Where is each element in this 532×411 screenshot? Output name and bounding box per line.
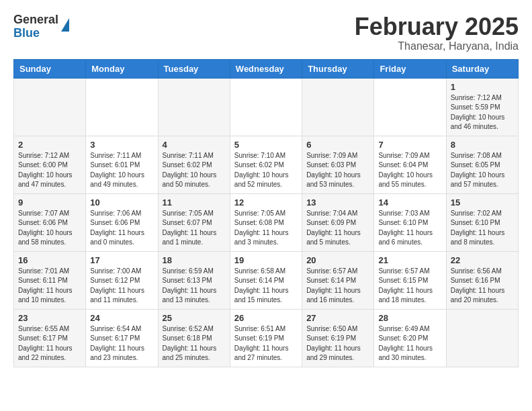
day-info: Sunrise: 7:07 AM Sunset: 6:06 PM Dayligh… xyxy=(18,209,81,248)
week-row-1: 1Sunrise: 7:12 AM Sunset: 5:59 PM Daylig… xyxy=(14,78,519,136)
calendar-cell xyxy=(14,78,86,136)
day-number: 4 xyxy=(163,140,226,150)
calendar-cell: 20Sunrise: 6:57 AM Sunset: 6:14 PM Dayli… xyxy=(302,251,374,309)
day-info: Sunrise: 7:09 AM Sunset: 6:03 PM Dayligh… xyxy=(306,151,369,190)
header-wednesday: Wednesday xyxy=(230,59,302,78)
day-number: 25 xyxy=(163,313,226,323)
logo: General Blue xyxy=(13,13,69,40)
day-info: Sunrise: 7:04 AM Sunset: 6:09 PM Dayligh… xyxy=(306,209,369,248)
day-number: 7 xyxy=(378,140,441,150)
page-header: General Blue February 2025 Thanesar, Har… xyxy=(13,13,519,52)
day-number: 8 xyxy=(451,140,514,150)
calendar-cell: 10Sunrise: 7:06 AM Sunset: 6:06 PM Dayli… xyxy=(86,193,158,251)
week-row-2: 2Sunrise: 7:12 AM Sunset: 6:00 PM Daylig… xyxy=(14,136,519,193)
day-info: Sunrise: 7:03 AM Sunset: 6:10 PM Dayligh… xyxy=(378,209,441,248)
day-info: Sunrise: 7:05 AM Sunset: 6:07 PM Dayligh… xyxy=(163,209,226,248)
day-number: 23 xyxy=(18,313,81,323)
day-number: 2 xyxy=(18,140,81,150)
day-info: Sunrise: 7:00 AM Sunset: 6:12 PM Dayligh… xyxy=(90,267,153,306)
calendar-cell: 7Sunrise: 7:09 AM Sunset: 6:04 PM Daylig… xyxy=(374,136,446,193)
calendar-cell: 17Sunrise: 7:00 AM Sunset: 6:12 PM Dayli… xyxy=(86,251,158,309)
header-saturday: Saturday xyxy=(446,59,518,78)
day-info: Sunrise: 7:05 AM Sunset: 6:08 PM Dayligh… xyxy=(234,209,298,248)
day-info: Sunrise: 6:52 AM Sunset: 6:18 PM Dayligh… xyxy=(163,324,226,363)
day-info: Sunrise: 6:59 AM Sunset: 6:13 PM Dayligh… xyxy=(163,267,226,306)
location-title: Thanesar, Haryana, India xyxy=(355,40,519,52)
day-number: 21 xyxy=(378,255,441,265)
title-block: February 2025 Thanesar, Haryana, India xyxy=(355,13,519,52)
calendar-cell: 24Sunrise: 6:54 AM Sunset: 6:17 PM Dayli… xyxy=(86,309,158,367)
logo-triangle-icon xyxy=(61,18,69,32)
calendar-cell xyxy=(446,309,518,367)
calendar-cell: 14Sunrise: 7:03 AM Sunset: 6:10 PM Dayli… xyxy=(374,193,446,251)
calendar-cell: 8Sunrise: 7:08 AM Sunset: 6:05 PM Daylig… xyxy=(446,136,518,193)
calendar-cell xyxy=(230,78,302,136)
day-number: 17 xyxy=(90,255,153,265)
day-number: 19 xyxy=(234,255,298,265)
day-info: Sunrise: 7:09 AM Sunset: 6:04 PM Dayligh… xyxy=(378,151,441,190)
day-info: Sunrise: 7:12 AM Sunset: 5:59 PM Dayligh… xyxy=(451,93,514,132)
calendar-cell xyxy=(86,78,158,136)
calendar-cell: 11Sunrise: 7:05 AM Sunset: 6:07 PM Dayli… xyxy=(158,193,230,251)
day-number: 5 xyxy=(234,140,298,150)
calendar-cell: 27Sunrise: 6:50 AM Sunset: 6:19 PM Dayli… xyxy=(302,309,374,367)
calendar-cell: 15Sunrise: 7:02 AM Sunset: 6:10 PM Dayli… xyxy=(446,193,518,251)
header-monday: Monday xyxy=(86,59,158,78)
day-info: Sunrise: 6:58 AM Sunset: 6:14 PM Dayligh… xyxy=(234,267,298,306)
month-title: February 2025 xyxy=(355,13,519,40)
day-number: 24 xyxy=(90,313,153,323)
calendar-cell: 5Sunrise: 7:10 AM Sunset: 6:02 PM Daylig… xyxy=(230,136,302,193)
day-number: 6 xyxy=(306,140,369,150)
day-info: Sunrise: 6:49 AM Sunset: 6:20 PM Dayligh… xyxy=(378,324,441,363)
calendar-cell xyxy=(158,78,230,136)
calendar-cell: 21Sunrise: 6:57 AM Sunset: 6:15 PM Dayli… xyxy=(374,251,446,309)
day-number: 18 xyxy=(163,255,226,265)
header-tuesday: Tuesday xyxy=(158,59,230,78)
day-number: 13 xyxy=(306,197,369,208)
day-number: 3 xyxy=(90,140,153,150)
logo-general: General xyxy=(13,13,58,27)
calendar-cell: 28Sunrise: 6:49 AM Sunset: 6:20 PM Dayli… xyxy=(374,309,446,367)
day-info: Sunrise: 7:11 AM Sunset: 6:02 PM Dayligh… xyxy=(163,151,226,190)
day-info: Sunrise: 6:50 AM Sunset: 6:19 PM Dayligh… xyxy=(306,324,369,363)
day-info: Sunrise: 6:51 AM Sunset: 6:19 PM Dayligh… xyxy=(234,324,298,363)
day-info: Sunrise: 7:06 AM Sunset: 6:06 PM Dayligh… xyxy=(90,209,153,248)
calendar-cell: 13Sunrise: 7:04 AM Sunset: 6:09 PM Dayli… xyxy=(302,193,374,251)
calendar-cell: 6Sunrise: 7:09 AM Sunset: 6:03 PM Daylig… xyxy=(302,136,374,193)
calendar-cell: 12Sunrise: 7:05 AM Sunset: 6:08 PM Dayli… xyxy=(230,193,302,251)
day-number: 20 xyxy=(306,255,369,265)
calendar-cell xyxy=(374,78,446,136)
week-row-4: 16Sunrise: 7:01 AM Sunset: 6:11 PM Dayli… xyxy=(14,251,519,309)
day-number: 12 xyxy=(234,197,298,208)
day-info: Sunrise: 7:08 AM Sunset: 6:05 PM Dayligh… xyxy=(451,151,514,190)
calendar-header-row: SundayMondayTuesdayWednesdayThursdayFrid… xyxy=(14,59,519,78)
calendar-cell: 22Sunrise: 6:56 AM Sunset: 6:16 PM Dayli… xyxy=(446,251,518,309)
day-info: Sunrise: 6:55 AM Sunset: 6:17 PM Dayligh… xyxy=(18,324,81,363)
header-sunday: Sunday xyxy=(14,59,86,78)
day-number: 28 xyxy=(378,313,441,323)
calendar-table: SundayMondayTuesdayWednesdayThursdayFrid… xyxy=(13,59,519,367)
header-thursday: Thursday xyxy=(302,59,374,78)
day-info: Sunrise: 7:11 AM Sunset: 6:01 PM Dayligh… xyxy=(90,151,153,190)
header-friday: Friday xyxy=(374,59,446,78)
calendar-cell: 25Sunrise: 6:52 AM Sunset: 6:18 PM Dayli… xyxy=(158,309,230,367)
calendar-cell xyxy=(302,78,374,136)
calendar-cell: 1Sunrise: 7:12 AM Sunset: 5:59 PM Daylig… xyxy=(446,78,518,136)
day-number: 10 xyxy=(90,197,153,208)
day-info: Sunrise: 7:10 AM Sunset: 6:02 PM Dayligh… xyxy=(234,151,298,190)
day-info: Sunrise: 7:01 AM Sunset: 6:11 PM Dayligh… xyxy=(18,267,81,306)
week-row-3: 9Sunrise: 7:07 AM Sunset: 6:06 PM Daylig… xyxy=(14,193,519,251)
day-info: Sunrise: 6:57 AM Sunset: 6:14 PM Dayligh… xyxy=(306,267,369,306)
calendar-cell: 2Sunrise: 7:12 AM Sunset: 6:00 PM Daylig… xyxy=(14,136,86,193)
calendar-cell: 19Sunrise: 6:58 AM Sunset: 6:14 PM Dayli… xyxy=(230,251,302,309)
day-number: 26 xyxy=(234,313,298,323)
day-number: 16 xyxy=(18,255,81,265)
logo-text: General Blue xyxy=(13,13,58,40)
calendar-cell: 9Sunrise: 7:07 AM Sunset: 6:06 PM Daylig… xyxy=(14,193,86,251)
day-number: 14 xyxy=(378,197,441,208)
calendar-cell: 16Sunrise: 7:01 AM Sunset: 6:11 PM Dayli… xyxy=(14,251,86,309)
calendar-cell: 18Sunrise: 6:59 AM Sunset: 6:13 PM Dayli… xyxy=(158,251,230,309)
calendar-cell: 3Sunrise: 7:11 AM Sunset: 6:01 PM Daylig… xyxy=(86,136,158,193)
logo-blue: Blue xyxy=(13,27,58,40)
day-number: 9 xyxy=(18,197,81,208)
